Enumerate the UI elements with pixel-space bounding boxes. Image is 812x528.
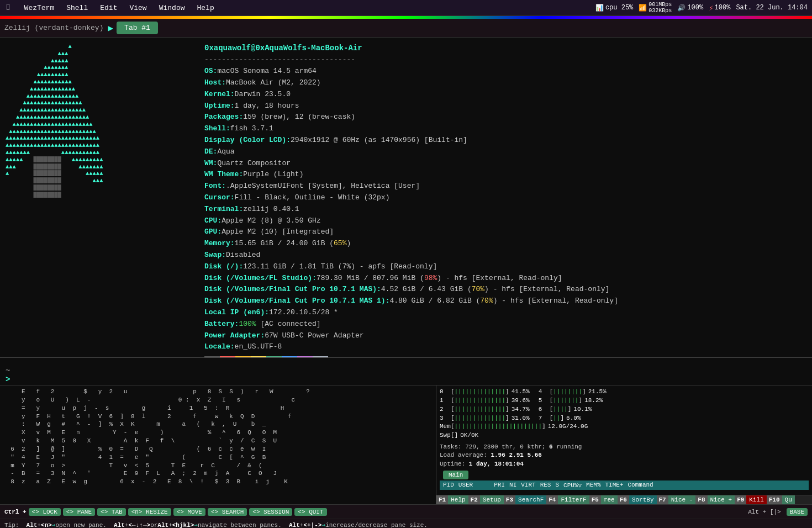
bottom-pane: E f 2 $ y 2 u p 8 S S ) r W ? y o U ) L … [0, 386, 812, 504]
color-swatches [204, 356, 806, 357]
fkey-f1[interactable]: F1Help [436, 495, 468, 504]
fkey-f6[interactable]: F6SortBy [618, 495, 657, 504]
network-status: 📶 001MBps032KBps [639, 2, 672, 14]
htop-main-tab[interactable]: Main [443, 471, 468, 479]
htop-process-rows [440, 490, 809, 495]
cpu-bar-0: 0[|||||||||||||| ]41.5% 4[|||||||| ]21.5… [440, 388, 809, 396]
swatch-5 [266, 356, 282, 357]
kb-lock[interactable]: <> LOCK [29, 508, 61, 516]
app-name[interactable]: WezTerm [22, 3, 57, 13]
menu-view[interactable]: View [127, 3, 149, 13]
fkey-f5[interactable]: F5ree [589, 495, 618, 504]
cpu-status: 📊 cpu 25% [595, 4, 633, 12]
tab-bar: Zellij (verdant-donkey) ▶ Tab #1 [0, 19, 812, 38]
swatch-7 [297, 356, 313, 357]
htop-process-header: PID USER PRI NI VIRT RES S CPU%▽ MEM% TI… [440, 481, 809, 490]
swatch-4 [251, 356, 266, 357]
fkey-f10[interactable]: F10Qu [767, 495, 795, 504]
swatch-2 [220, 356, 235, 357]
kb-tab[interactable]: <> TAB [97, 508, 126, 516]
kb-session[interactable]: <> SESSION [249, 508, 292, 516]
fkey-f3[interactable]: F3SearchF [504, 495, 546, 504]
fkey-f9[interactable]: F9Kill [735, 495, 767, 504]
neofetch-pane: ▲ ▲▲▲ ▲▲▲▲▲ ▲▲▲▲▲▲▲ ▲▲▲▲▲▲▲▲▲ ▲▲▲▲▲▲▲▲▲▲… [0, 38, 812, 358]
kb-move[interactable]: <> MOVE [173, 508, 205, 516]
terminal-area: Zellij (verdant-donkey) ▶ Tab #1 ▲ ▲▲▲ ▲… [0, 19, 812, 528]
mem-bar: Mem[|||||||||||||||||||||||| ]12.0G/24.0… [440, 423, 809, 431]
htop-task-info: Tasks: 729, 2300 thr, 0 kthr; 6 running … [440, 442, 809, 469]
shell-prompt: ~ > [0, 358, 812, 386]
menu-shell[interactable]: Shell [64, 3, 90, 13]
swatch-3 [235, 356, 251, 357]
kb-resize[interactable]: <n> RESIZE [128, 508, 171, 516]
speaker-icon: 🔊 [677, 4, 686, 12]
tab-arrow: ▶ [108, 23, 113, 34]
system-info: 0xaquawolf@0xAquaWolfs-MacBook-Air -----… [199, 38, 812, 357]
menu-edit[interactable]: Edit [98, 3, 119, 13]
kb-base[interactable]: BASE [787, 508, 808, 516]
swatch-8 [313, 356, 328, 357]
swp-bar: Swp[ ]0K/0K [440, 431, 809, 440]
menubar:  WezTerm Shell Edit View Window Help 📊 … [0, 0, 812, 16]
swatch-1 [204, 356, 220, 357]
htop-function-keys: F1Help F2Setup F3SearchF F4FilterF F5ree [436, 495, 812, 504]
fkey-f2[interactable]: F2Setup [468, 495, 504, 504]
battery-status: ⚡ 100% [709, 3, 730, 13]
kb-quit[interactable]: <> QUIT [294, 508, 326, 516]
tip-bar: Tip: Alt + <n> ⇒ open new pane. Alt + <←… [0, 519, 812, 528]
kb-pane[interactable]: <> PANE [63, 508, 95, 516]
htop-pane: 0[|||||||||||||| ]41.5% 4[|||||||| ]21.5… [436, 386, 812, 504]
fkey-f8[interactable]: F8Nice + [695, 495, 735, 504]
bottom-left-pane: E f 2 $ y 2 u p 8 S S ) r W ? y o U ) L … [0, 386, 436, 504]
menu-help[interactable]: Help [194, 3, 216, 13]
session-name: Zellij (verdant-donkey) [4, 24, 103, 32]
apple-menu[interactable]:  [4, 2, 14, 14]
datetime-status: Sat. 22 Jun. 14:04 [736, 4, 808, 12]
cpu-bar-1: 1[|||||||||||||| ]39.6% 5[||||||| ]18.2% [440, 397, 809, 405]
menu-window[interactable]: Window [157, 3, 187, 13]
cpu-icon: 📊 [595, 4, 604, 12]
wifi-icon: 📶 [639, 4, 647, 12]
volume-status: 🔊 100% [677, 4, 703, 12]
main-tab-row: Main [440, 469, 809, 481]
ascii-art-logo: ▲ ▲▲▲ ▲▲▲▲▲ ▲▲▲▲▲▲▲ ▲▲▲▲▲▲▲▲▲ ▲▲▲▲▲▲▲▲▲▲… [0, 38, 199, 357]
tab-1[interactable]: Tab #1 [117, 22, 158, 34]
cpu-bar-2: 2[|||||||||||||| ]34.7% 6[|||| ]10.1% [440, 405, 809, 414]
htop-bars-area: 0[|||||||||||||| ]41.5% 4[|||||||| ]21.5… [436, 386, 812, 495]
swatch-6 [282, 356, 297, 357]
fkey-f7[interactable]: F7Nice - [657, 495, 696, 504]
keybinding-bar: Ctrl + <> LOCK <> PANE <> TAB <n> RESIZE… [0, 504, 812, 519]
content-area: ▲ ▲▲▲ ▲▲▲▲▲ ▲▲▲▲▲▲▲ ▲▲▲▲▲▲▲▲▲ ▲▲▲▲▲▲▲▲▲▲… [0, 38, 812, 528]
cpu-bar-3: 3[|||||||||||||| ]31.0% 7[|| ]6.0% [440, 414, 809, 423]
kb-search[interactable]: <> SEARCH [208, 508, 247, 516]
charging-icon: ⚡ [709, 3, 713, 13]
fkey-f4[interactable]: F4FilterF [546, 495, 589, 504]
